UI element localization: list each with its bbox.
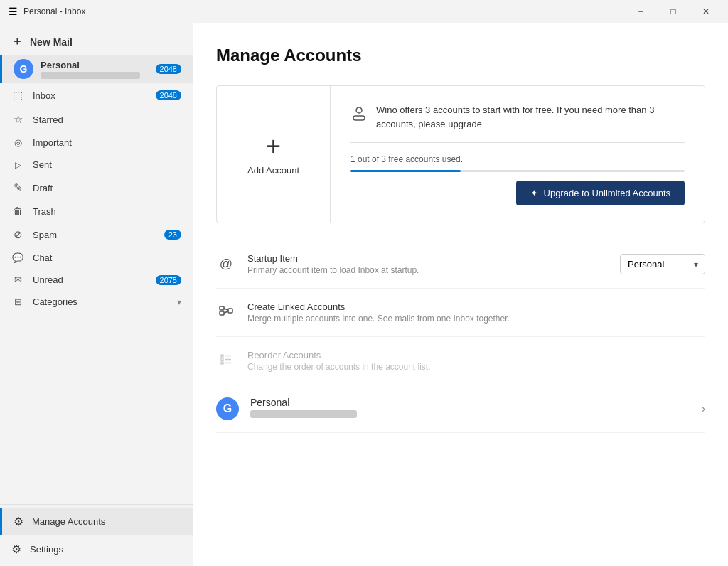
account-email-blur [41,72,140,79]
sidebar-item-spam[interactable]: ⊘ Spam 23 [0,223,193,247]
trash-label: Trash [33,206,181,217]
draft-icon: ✎ [11,181,24,194]
sidebar-item-trash[interactable]: 🗑 Trash [0,200,193,223]
sidebar-top: ＋ New Mail G Personal 2048 ⬚ Inbox 2048 … [0,23,193,316]
inbox-icon: ⬚ [11,89,24,102]
progress-bar-track [350,170,685,172]
account-badge: 2048 [156,64,181,74]
progress-section: 1 out of 3 free accounts used. [350,154,685,172]
top-panel: + Add Account Wino offers 3 accounts to … [216,85,705,223]
unread-icon: ✉ [11,274,24,285]
manage-accounts-label: Manage Accounts [32,516,105,527]
sidebar-item-inbox[interactable]: ⬚ Inbox 2048 [0,83,193,107]
startup-select[interactable]: Personal [620,254,705,274]
create-linked-content: Create Linked Accounts Merge multiple ac… [247,301,705,324]
startup-item-title: Startup Item [247,253,609,264]
maximize-button[interactable]: □ [657,0,690,23]
unread-label: Unread [33,274,147,285]
spam-badge: 23 [164,230,181,240]
manage-accounts-icon: ⚙ [14,515,23,528]
close-button[interactable]: ✕ [690,0,722,23]
spam-label: Spam [33,230,156,240]
titlebar: ☰ Personal - Inbox − □ ✕ [0,0,728,23]
upgrade-box: Wino offers 3 accounts to start with for… [331,86,705,223]
sidebar-bottom: ⚙ Manage Accounts ⚙ Settings [0,504,193,566]
sidebar-item-important[interactable]: ◎ Important [0,132,193,154]
add-account-label: Add Account [247,165,299,176]
svg-rect-11 [221,362,223,364]
avatar: G [14,59,33,79]
main-content: Manage Accounts + Add Account Wino offe [193,23,728,566]
svg-rect-2 [220,306,224,310]
sent-label: Sent [33,159,181,170]
chat-label: Chat [33,252,181,263]
starred-label: Starred [33,114,181,125]
settings-item[interactable]: ⚙ Settings [0,535,193,563]
draft-label: Draft [33,183,181,193]
account-info: Personal [41,60,149,79]
add-icon: + [266,134,281,159]
new-mail-icon: ＋ [11,34,23,49]
titlebar-title: Personal - Inbox [23,6,85,16]
startup-select-wrapper[interactable]: Personal [620,254,705,274]
create-linked-subtitle: Merge multiple accounts into one. See ma… [247,314,705,324]
svg-line-6 [224,311,228,314]
reorder-accounts-subtitle: Change the order of accounts in the acco… [247,362,705,372]
categories-label: Categories [33,297,168,307]
important-label: Important [33,137,181,148]
reorder-accounts-content: Reorder Accounts Change the order of acc… [247,350,705,372]
upgrade-button[interactable]: ✦ Upgrade to Unlimited Accounts [516,181,685,205]
sidebar-item-categories[interactable]: ⊞ Categories ▾ [0,291,193,313]
svg-line-5 [224,309,228,311]
titlebar-left: ☰ Personal - Inbox [9,6,85,17]
inbox-label: Inbox [33,90,147,101]
page-title: Manage Accounts [216,46,705,65]
create-linked-row[interactable]: Create Linked Accounts Merge multiple ac… [216,289,705,337]
unread-badge: 2075 [156,275,181,285]
manage-accounts-item[interactable]: ⚙ Manage Accounts [0,508,193,535]
chat-icon: 💬 [11,252,24,263]
sent-icon: ▷ [11,160,24,170]
settings-icon: ⚙ [11,543,21,556]
personal-account-name: Personal [250,397,690,408]
chevron-right-icon: › [702,402,705,415]
reorder-accounts-row: Reorder Accounts Change the order of acc… [216,337,705,385]
settings-label: Settings [30,544,63,555]
personal-account-email-blur [250,410,357,418]
upgrade-button-icon: ✦ [530,188,538,198]
minimize-button[interactable]: − [624,0,657,23]
upgrade-divider [350,142,685,143]
account-name: Personal [41,60,149,70]
svg-rect-3 [220,311,224,315]
sidebar-item-draft[interactable]: ✎ Draft [0,176,193,200]
reorder-accounts-title: Reorder Accounts [247,350,705,361]
startup-item-icon: @ [216,257,236,272]
new-mail-button[interactable]: ＋ New Mail [0,28,193,55]
personal-account-row[interactable]: G Personal › [216,385,705,433]
progress-bar-fill [350,170,461,172]
create-linked-icon [216,304,236,321]
reorder-accounts-icon [216,352,236,370]
categories-icon: ⊞ [11,297,24,307]
account-item[interactable]: G Personal 2048 [0,55,193,83]
progress-label: 1 out of 3 free accounts used. [350,154,685,164]
app-body: ＋ New Mail G Personal 2048 ⬚ Inbox 2048 … [0,23,728,566]
upgrade-button-label: Upgrade to Unlimited Accounts [544,188,670,198]
upgrade-description: Wino offers 3 accounts to start with for… [376,103,685,131]
sidebar-item-chat[interactable]: 💬 Chat [0,247,193,269]
startup-item-row[interactable]: @ Startup Item Primary account item to l… [216,240,705,289]
inbox-badge: 2048 [156,90,181,100]
sidebar-item-sent[interactable]: ▷ Sent [0,154,193,176]
sidebar: ＋ New Mail G Personal 2048 ⬚ Inbox 2048 … [0,23,193,566]
sidebar-item-starred[interactable]: ☆ Starred [0,107,193,132]
svg-point-0 [356,107,362,113]
startup-item-subtitle: Primary account item to load Inbox at st… [247,265,609,275]
new-mail-label: New Mail [30,36,73,48]
add-account-box[interactable]: + Add Account [217,86,331,223]
titlebar-controls: − □ ✕ [624,0,722,23]
upgrade-person-icon [350,105,368,126]
starred-icon: ☆ [11,113,24,126]
svg-rect-4 [228,309,232,313]
hamburger-icon[interactable]: ☰ [9,6,18,17]
sidebar-item-unread[interactable]: ✉ Unread 2075 [0,269,193,291]
